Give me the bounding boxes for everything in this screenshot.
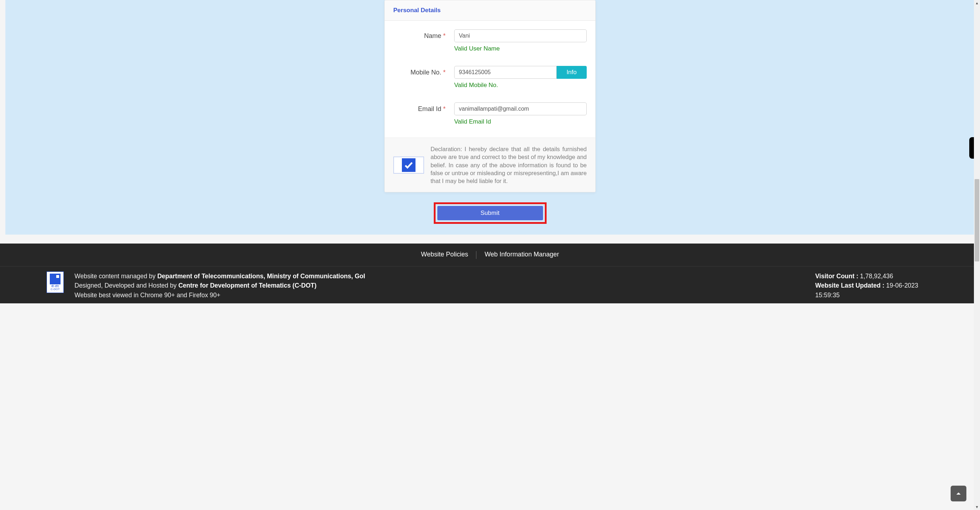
checkmark-icon	[402, 158, 415, 172]
email-input[interactable]	[454, 102, 587, 115]
scrollbar-track[interactable]: ▲ ▼	[974, 0, 980, 510]
declaration-text: Declaration: I hereby declare that all t…	[431, 145, 587, 185]
email-label: Email Id *	[393, 102, 454, 113]
name-label: Name *	[393, 29, 454, 40]
card-header: Personal Details	[385, 0, 595, 21]
personal-details-card: Personal Details Name * Valid User Name …	[384, 0, 596, 192]
submit-highlight-box: Submit	[434, 202, 547, 224]
info-button[interactable]: Info	[557, 66, 587, 79]
declaration-checkbox[interactable]	[393, 157, 424, 174]
scroll-to-top-button[interactable]	[951, 486, 966, 501]
scrollbar-up-arrow[interactable]: ▲	[974, 0, 980, 6]
footer-link-policies[interactable]: Website Policies	[414, 251, 475, 258]
mobile-label: Mobile No. *	[393, 66, 454, 76]
footer-right-text: Visitor Count : 1,78,92,436 Website Last…	[815, 272, 934, 300]
footer: Website Policies Web Information Manager…	[0, 243, 980, 303]
chevron-up-icon	[955, 490, 962, 497]
cdot-logo: सी-डॉट C-DOT	[46, 272, 64, 293]
footer-left-text: Website content managed by Department of…	[75, 272, 805, 300]
required-asterisk: *	[443, 32, 445, 40]
declaration-section: Declaration: I hereby declare that all t…	[385, 138, 595, 192]
mobile-row: Mobile No. * Info Valid Mobile No.	[393, 66, 587, 89]
scrollbar-thumb[interactable]	[975, 179, 979, 261]
scrollbar-down-arrow[interactable]: ▼	[974, 504, 980, 510]
name-input[interactable]	[454, 29, 587, 42]
mobile-validation: Valid Mobile No.	[454, 82, 587, 89]
email-validation: Valid Email Id	[454, 118, 587, 126]
cdot-logo-text: सी-डॉट C-DOT	[51, 285, 59, 291]
name-row: Name * Valid User Name	[393, 29, 587, 52]
footer-links: Website Policies Web Information Manager	[0, 243, 980, 267]
footer-divider	[476, 251, 476, 259]
email-row: Email Id * Valid Email Id	[393, 102, 587, 126]
cdot-logo-icon	[50, 273, 60, 284]
submit-button[interactable]: Submit	[438, 206, 543, 220]
mobile-input[interactable]	[454, 66, 557, 79]
card-title: Personal Details	[393, 7, 587, 14]
side-tab[interactable]	[969, 137, 974, 159]
name-validation: Valid User Name	[454, 45, 587, 52]
footer-link-webinfo[interactable]: Web Information Manager	[478, 251, 566, 258]
required-asterisk: *	[443, 105, 445, 113]
required-asterisk: *	[443, 69, 445, 76]
